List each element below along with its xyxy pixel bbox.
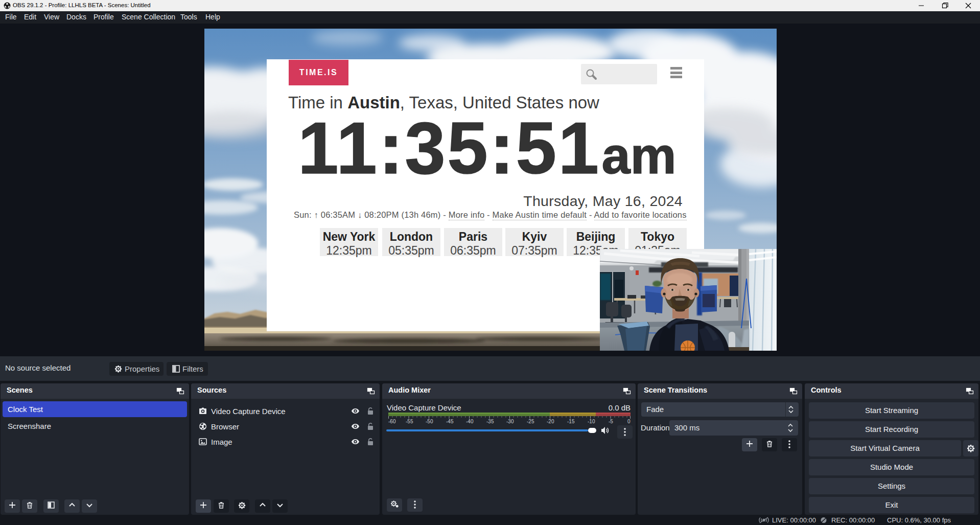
- svg-text:-45: -45: [446, 419, 454, 424]
- svg-text:0: 0: [627, 419, 631, 424]
- svg-text:-35: -35: [486, 419, 494, 424]
- svg-text:-25: -25: [527, 419, 534, 424]
- svg-text:-20: -20: [547, 419, 554, 424]
- svg-text:-55: -55: [406, 419, 413, 424]
- svg-text:-50: -50: [426, 419, 433, 424]
- svg-text:-5: -5: [609, 419, 613, 424]
- svg-text:-15: -15: [567, 419, 575, 424]
- svg-text:-60: -60: [388, 419, 396, 424]
- svg-text:-40: -40: [466, 419, 474, 424]
- svg-text:-30: -30: [506, 419, 514, 424]
- svg-text:-10: -10: [588, 419, 595, 424]
